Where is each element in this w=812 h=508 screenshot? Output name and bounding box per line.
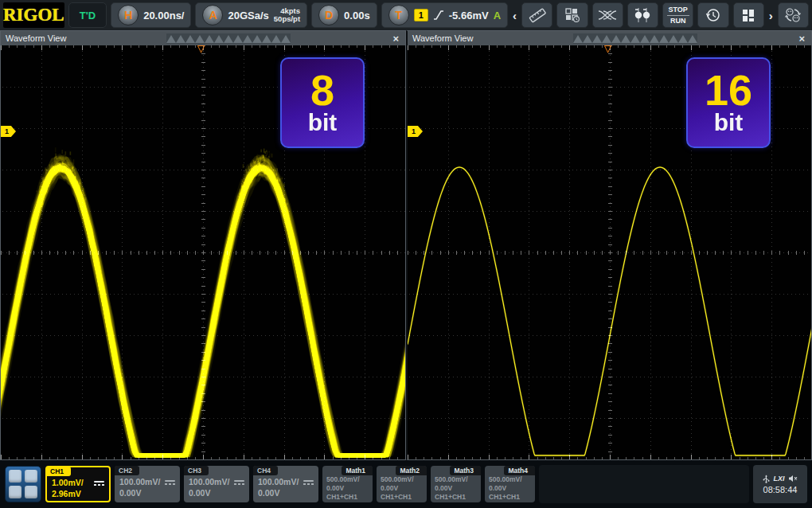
drag-handle[interactable]	[478, 33, 792, 44]
dc-coupling-icon	[234, 480, 244, 485]
delay-knob[interactable]: D	[318, 5, 339, 25]
delay-group[interactable]: D 0.00s	[311, 2, 377, 28]
apps-grid-icon	[9, 486, 21, 498]
sample-rate: 20GSa/s	[228, 10, 268, 21]
window-header[interactable]: Waveform View ×	[1, 31, 405, 45]
math-scale: 500.00mV/	[381, 475, 423, 484]
channel-block-ch3[interactable]: CH3 100.00mV/ 0.00V	[184, 466, 249, 502]
message-area[interactable]	[539, 465, 749, 503]
close-icon[interactable]: ×	[391, 33, 400, 44]
apps-grid-icon	[9, 470, 21, 483]
layout-windows-icon	[740, 7, 756, 23]
math-scale: 500.00mV/	[326, 475, 369, 484]
channel-offset: 0.00V	[258, 487, 314, 498]
close-icon[interactable]: ×	[797, 33, 806, 44]
graticule-area[interactable]: ▽ 1 16 bit	[408, 45, 811, 459]
bottom-bar: CH1 1.00mV/ 2.96mV CH2 100.00mV/ 0.00V C…	[0, 460, 812, 508]
channel-block-ch2[interactable]: CH2 100.00mV/ 0.00V	[115, 466, 180, 502]
channel-offset: 0.00V	[189, 487, 244, 498]
trigger-source-badge: 1	[414, 9, 428, 21]
apps-menu-button[interactable]	[5, 466, 41, 502]
math-block-math1[interactable]: Math1 500.00mV/ 0.00V CH1+CH1	[322, 466, 373, 502]
channel-block-ch4[interactable]: CH4 100.00mV/ 0.00V	[253, 466, 318, 502]
channel-scale: 100.00mV/	[119, 477, 160, 487]
math-offset: 0.00V	[489, 484, 531, 493]
status-block[interactable]: LXI 08:58:44	[753, 465, 807, 503]
trigger-sweep-mode: A	[494, 10, 501, 21]
channel-tab: CH3	[184, 466, 209, 475]
usb-icon	[763, 475, 770, 483]
apps-grid-icon	[25, 486, 37, 498]
math-offset: 0.00V	[381, 484, 423, 493]
dc-coupling-icon	[94, 481, 104, 486]
lxi-logo: LXI	[773, 475, 784, 483]
eye-pattern-button[interactable]	[592, 2, 623, 28]
math-expression: CH1+CH1	[326, 493, 369, 502]
clock: 08:58:44	[763, 485, 798, 494]
window-title: Waveform View	[412, 33, 473, 43]
channel-block-ch1[interactable]: CH1 1.00mV/ 2.96mV	[45, 466, 111, 502]
waveform-window-8bit: Waveform View × ▽ 1 8 bit	[0, 30, 406, 460]
apps-grid-icon	[25, 470, 37, 483]
window-header[interactable]: Waveform View ×	[408, 31, 811, 45]
graticule-area[interactable]: ▽ 1 8 bit	[1, 45, 405, 459]
waveform-windows: Waveform View × ▽ 1 8 bit Waveform	[0, 30, 812, 460]
math-offset: 0.00V	[326, 484, 369, 493]
math-block-math4[interactable]: Math4 500.00mV/ 0.00V CH1+CH1	[485, 466, 535, 502]
math-block-math2[interactable]: Math2 500.00mV/ 0.00V CH1+CH1	[377, 466, 427, 502]
math-expression: CH1+CH1	[435, 493, 477, 502]
horizontal-group[interactable]: H 20.00ns/	[111, 2, 191, 28]
bit-depth-value: 16	[705, 70, 752, 110]
channel-offset: 0.00V	[119, 487, 175, 498]
math-expression: CH1+CH1	[381, 493, 423, 502]
screen-switch-button[interactable]	[778, 2, 809, 28]
acquisition-group[interactable]: A 20GSa/s 4kpts 50ps/pt	[195, 2, 307, 28]
speaker-muted-icon	[788, 475, 798, 483]
toolbar-scroll-left[interactable]: ‹	[512, 9, 517, 22]
history-clock-icon	[705, 6, 722, 24]
channel-tab: CH4	[253, 466, 278, 475]
history-button[interactable]	[697, 2, 728, 28]
screen-switch-icon	[783, 6, 802, 24]
math-tab: Math2	[396, 466, 427, 475]
horizontal-knob[interactable]: H	[118, 5, 139, 25]
window-title: Waveform View	[6, 33, 66, 43]
counter-button[interactable]	[627, 2, 658, 28]
math-expression: CH1+CH1	[489, 493, 531, 502]
measure-ruler-icon	[527, 7, 548, 23]
dc-coupling-icon	[303, 480, 314, 485]
horizontal-offset: 0.00s	[344, 10, 370, 21]
stop-run-divider	[667, 15, 689, 16]
multi-window-button[interactable]	[733, 2, 764, 28]
bit-depth-unit: bit	[308, 110, 338, 135]
waveform-window-16bit: Waveform View × ▽ 1 16 bit	[406, 30, 812, 460]
rising-edge-icon	[433, 9, 444, 21]
sample-interval: 50ps/pt	[274, 15, 300, 23]
counter-probes-icon	[632, 7, 653, 23]
rigol-logo: RIGOL	[3, 2, 64, 28]
math-offset: 0.00V	[435, 484, 477, 493]
zone-trigger-button[interactable]	[556, 2, 588, 28]
trigger-group[interactable]: T 1 -5.66mV A	[381, 2, 508, 28]
dc-coupling-icon	[165, 480, 175, 485]
trigger-position-marker[interactable]: ▽	[197, 45, 205, 54]
top-bar: RIGOL T'D H 20.00ns/ A 20GSa/s 4kpts 50p…	[0, 0, 812, 30]
toolbar-scroll-right[interactable]: ›	[768, 9, 774, 22]
trigger-level: -5.66mV	[449, 10, 489, 21]
acquisition-knob[interactable]: A	[202, 5, 223, 25]
bit-depth-unit: bit	[714, 110, 744, 135]
eye-pattern-icon	[597, 8, 618, 22]
stop-run-button[interactable]: STOP RUN	[662, 2, 693, 28]
math-scale: 500.00mV/	[489, 475, 531, 484]
channel-tab: CH2	[115, 466, 139, 475]
bit-depth-value: 8	[310, 70, 334, 110]
math-tab: Math3	[450, 466, 481, 475]
drag-handle[interactable]	[71, 33, 386, 44]
bit-depth-badge: 16 bit	[686, 57, 771, 148]
trigger-position-marker[interactable]: ▽	[604, 45, 611, 54]
run-label: RUN	[670, 17, 686, 25]
math-block-math3[interactable]: Math3 500.00mV/ 0.00V CH1+CH1	[431, 466, 481, 502]
measure-button[interactable]	[521, 2, 552, 28]
trigger-knob[interactable]: T	[388, 5, 409, 25]
zone-grid-icon	[564, 7, 581, 23]
